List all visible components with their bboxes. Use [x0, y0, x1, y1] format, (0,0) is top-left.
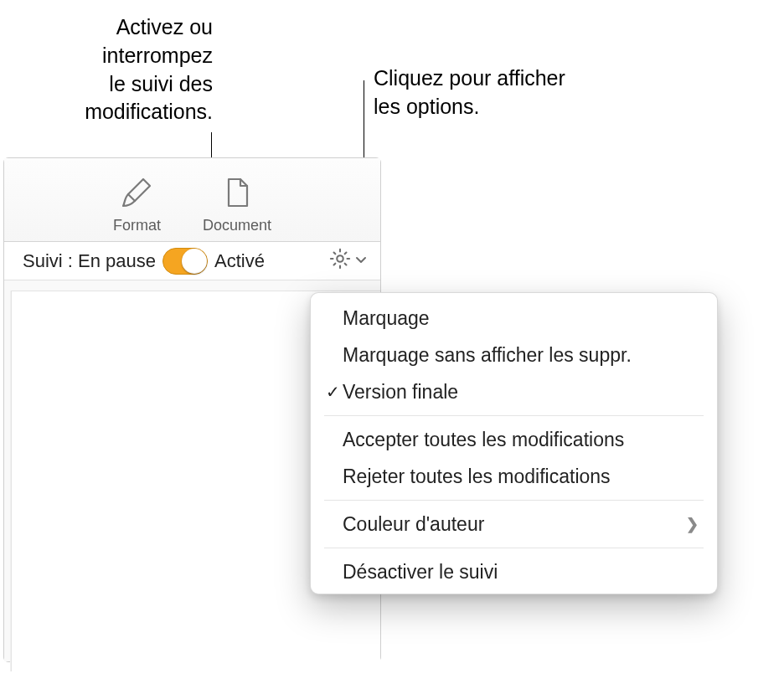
- callout-line: interrompez: [85, 42, 213, 70]
- menu-separator: [324, 548, 704, 548]
- switch-knob: [182, 249, 207, 274]
- menu-separator: [324, 415, 704, 416]
- menu-item-markup[interactable]: Marquage: [311, 300, 717, 337]
- callout-options: Cliquez pour afficher les options.: [374, 64, 565, 121]
- tracking-bar: Suivi : En pause Activé: [4, 242, 380, 280]
- menu-item-label: Désactiver le suivi: [343, 561, 699, 584]
- toolbar: Format Document: [4, 158, 380, 242]
- tracking-status-label: Suivi : En pause: [23, 250, 156, 272]
- callout-line: le suivi des: [85, 70, 213, 99]
- document-icon: [220, 176, 254, 213]
- tracking-options-menu: Marquage Marquage sans afficher les supp…: [310, 292, 718, 594]
- menu-separator: [324, 500, 704, 501]
- tracking-toggle-switch[interactable]: [162, 248, 208, 275]
- toolbar-document-label: Document: [203, 217, 271, 234]
- callout-line: Cliquez pour afficher: [374, 64, 565, 93]
- toolbar-format-label: Format: [113, 217, 161, 234]
- chevron-right-icon: ❯: [686, 515, 699, 533]
- paintbrush-icon: [120, 176, 153, 213]
- menu-item-reject-all[interactable]: Rejeter toutes les modifications: [311, 458, 717, 495]
- toolbar-document-button[interactable]: Document: [203, 176, 271, 241]
- menu-item-author-color[interactable]: Couleur d'auteur ❯: [311, 506, 717, 543]
- callout-line: les options.: [374, 93, 565, 121]
- toolbar-format-button[interactable]: Format: [113, 176, 161, 241]
- menu-item-accept-all[interactable]: Accepter toutes les modifications: [311, 421, 717, 458]
- callout-line: Activez ou: [85, 13, 213, 42]
- tracking-active-label: Activé: [214, 250, 265, 272]
- menu-item-markup-no-deletions[interactable]: Marquage sans afficher les suppr.: [311, 337, 717, 373]
- chevron-down-icon: [353, 250, 369, 272]
- menu-item-label: Rejeter toutes les modifications: [343, 465, 699, 488]
- gear-icon: [328, 247, 352, 275]
- callout-leader: [211, 132, 212, 157]
- menu-item-turn-off-tracking[interactable]: Désactiver le suivi: [311, 553, 717, 590]
- svg-point-0: [337, 255, 343, 261]
- menu-item-label: Version finale: [343, 381, 699, 404]
- menu-item-label: Couleur d'auteur: [343, 513, 686, 536]
- callout-toggle-tracking: Activez ou interrompez le suivi des modi…: [85, 13, 213, 126]
- menu-item-label: Accepter toutes les modifications: [343, 429, 699, 451]
- menu-item-label: Marquage: [343, 307, 699, 330]
- menu-item-label: Marquage sans afficher les suppr.: [343, 344, 699, 367]
- checkmark-icon: ✓: [322, 382, 343, 402]
- callout-leader: [364, 80, 364, 157]
- menu-item-final-version[interactable]: ✓ Version finale: [311, 373, 717, 410]
- callout-line: modifications.: [85, 98, 213, 126]
- tracking-options-button[interactable]: [328, 247, 369, 275]
